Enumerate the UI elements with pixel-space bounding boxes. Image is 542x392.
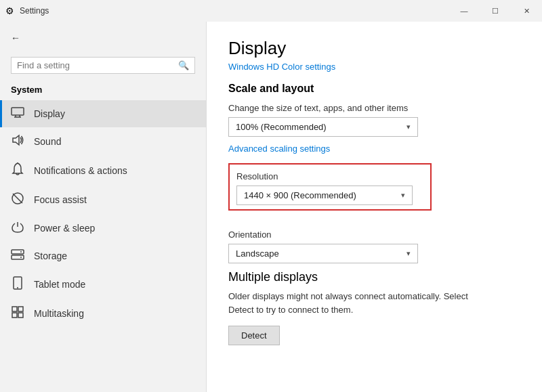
title-bar-title: Settings — [20, 6, 49, 16]
svg-point-10 — [20, 251, 22, 253]
title-bar: ⚙ Settings — ☐ ✕ — [0, 0, 542, 22]
svg-rect-14 — [12, 307, 17, 311]
svg-rect-0 — [12, 108, 24, 115]
maximize-button[interactable]: ☐ — [480, 0, 511, 22]
resolution-dropdown-chevron: ▾ — [401, 191, 405, 200]
sound-label: Sound — [34, 136, 61, 147]
svg-rect-16 — [12, 313, 17, 318]
sidebar-item-tablet[interactable]: Tablet mode — [0, 269, 206, 299]
back-button[interactable]: ← — [11, 30, 20, 46]
storage-label: Storage — [34, 251, 67, 261]
sidebar-item-sound[interactable]: Sound — [0, 127, 206, 156]
change-size-label: Change the size of text, apps, and other… — [228, 103, 520, 113]
orientation-dropdown-value: Landscape — [236, 248, 279, 259]
power-label: Power & sleep — [34, 223, 95, 234]
focus-icon — [11, 192, 24, 207]
search-box[interactable]: 🔍 — [11, 57, 195, 74]
resolution-dropdown-value: 1440 × 900 (Recommended) — [244, 190, 356, 200]
sound-icon — [11, 134, 24, 149]
detect-description: Older displays might not always connect … — [228, 290, 486, 316]
app-body: ← 🔍 System Display — [0, 22, 542, 392]
sidebar-section-label: System — [0, 82, 206, 100]
scale-dropdown-chevron: ▾ — [406, 123, 411, 131]
resolution-dropdown[interactable]: 1440 × 900 (Recommended) ▾ — [236, 186, 413, 205]
power-icon — [11, 221, 24, 236]
title-bar-controls: — ☐ ✕ — [449, 0, 542, 22]
svg-line-7 — [13, 194, 22, 203]
sidebar-item-storage[interactable]: Storage — [0, 242, 206, 269]
sidebar-header: ← — [0, 22, 206, 51]
close-button[interactable]: ✕ — [511, 0, 542, 22]
minimize-button[interactable]: — — [449, 0, 480, 22]
back-icon: ← — [11, 32, 20, 43]
search-icon: 🔍 — [178, 60, 189, 70]
resolution-section: Resolution 1440 × 900 (Recommended) ▾ — [228, 163, 432, 211]
orientation-dropdown[interactable]: Landscape ▾ — [228, 244, 418, 263]
orientation-dropdown-chevron: ▾ — [406, 249, 411, 258]
svg-rect-8 — [12, 250, 24, 254]
svg-rect-17 — [18, 313, 23, 318]
svg-point-13 — [17, 287, 18, 288]
svg-rect-15 — [18, 307, 23, 311]
page-title: Display — [228, 38, 520, 59]
sidebar-item-power[interactable]: Power & sleep — [0, 214, 206, 242]
tablet-label: Tablet mode — [34, 279, 85, 290]
notifications-label: Notifications & actions — [34, 165, 127, 176]
sidebar: ← 🔍 System Display — [0, 22, 207, 392]
multitasking-icon — [11, 306, 24, 321]
sidebar-item-display[interactable]: Display — [0, 100, 206, 127]
scale-dropdown[interactable]: 100% (Recommended) ▾ — [228, 117, 418, 137]
detect-button[interactable]: Detect — [228, 326, 280, 345]
orientation-label: Orientation — [228, 230, 520, 240]
search-input[interactable] — [17, 60, 174, 70]
svg-point-11 — [20, 257, 22, 258]
svg-point-5 — [17, 162, 18, 164]
resolution-label: Resolution — [236, 171, 423, 181]
multiple-displays-title: Multiple displays — [228, 270, 520, 284]
focus-label: Focus assist — [34, 194, 87, 205]
title-bar-left: ⚙ Settings — [5, 5, 49, 16]
settings-icon: ⚙ — [5, 5, 14, 16]
display-icon — [11, 107, 24, 121]
svg-marker-4 — [13, 135, 19, 145]
sidebar-item-notifications[interactable]: Notifications & actions — [0, 156, 206, 186]
hd-color-link[interactable]: Windows HD Color settings — [228, 62, 520, 72]
content-area: Display Windows HD Color settings Scale … — [207, 22, 542, 392]
display-label: Display — [34, 108, 65, 119]
multitasking-label: Multitasking — [34, 308, 84, 319]
scale-dropdown-value: 100% (Recommended) — [236, 122, 327, 132]
notifications-icon — [11, 162, 24, 179]
tablet-icon — [11, 276, 24, 292]
sidebar-item-multitasking[interactable]: Multitasking — [0, 299, 206, 328]
scale-layout-title: Scale and layout — [228, 83, 520, 95]
storage-icon — [11, 249, 24, 263]
advanced-scaling-link[interactable]: Advanced scaling settings — [228, 144, 520, 154]
sidebar-item-focus[interactable]: Focus assist — [0, 186, 206, 214]
svg-rect-9 — [12, 255, 24, 259]
